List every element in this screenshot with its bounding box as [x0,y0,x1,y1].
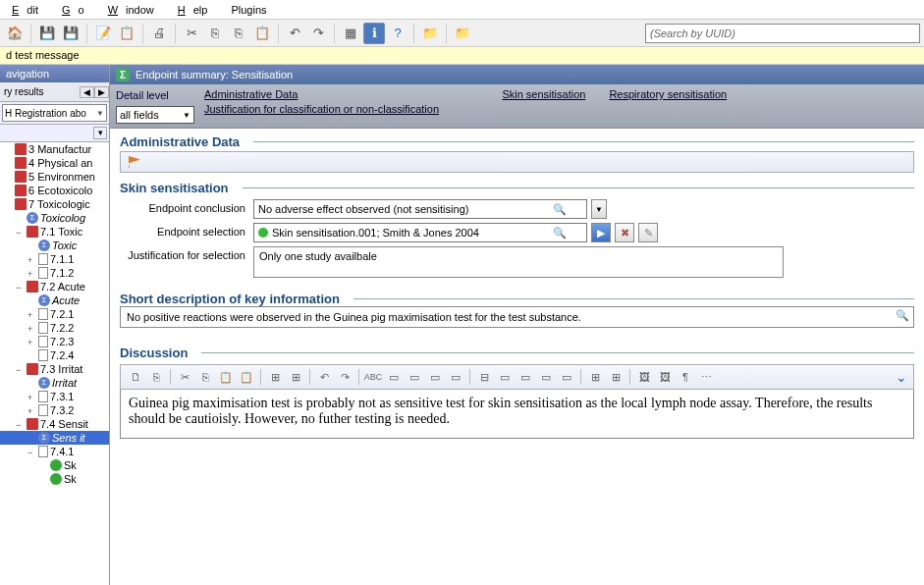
tool2-button[interactable]: 📁 [419,23,441,44]
nav-arrow-right[interactable]: ▶ [94,86,109,98]
endpoint-selection-combo[interactable]: Skin sensitisation.001; Smith & Jones 20… [253,223,587,242]
search-input[interactable]: (Search by UUID) [645,24,920,43]
tree-item[interactable]: 7.2.4 [0,348,109,362]
go-button[interactable]: ▶ [591,223,611,242]
menu-window[interactable]: Window [100,2,170,18]
magnifier-icon[interactable]: 🔍 [896,309,909,322]
nav-arrow-left[interactable]: ◀ [80,86,94,98]
link-skin-sens[interactable]: Skin sensitisation [502,88,585,100]
paste-button[interactable]: 📋 [116,23,137,44]
undo-button[interactable]: ↶ [284,23,305,44]
tree-item[interactable]: +7.2.3 [0,335,109,348]
rte-new-icon[interactable]: 🗋 [127,368,144,386]
tree-toggle[interactable]: + [27,310,36,319]
paste2-button[interactable]: 📋 [251,23,273,44]
rte-spell-icon[interactable]: ABC [364,368,382,386]
rte-b2-icon[interactable]: ▭ [406,368,423,386]
tree-item[interactable]: ΣSens it [0,431,109,445]
tree-item[interactable]: 4 Physical an [0,156,109,170]
tree-item[interactable]: −7.2 Acute [0,280,109,293]
rte-copy-icon[interactable]: ⎘ [147,368,165,386]
tree-toggle[interactable]: − [16,420,25,429]
nav-menu-button[interactable]: ▾ [93,127,107,139]
rte-b6-icon[interactable]: ▭ [496,368,514,386]
tree-toggle[interactable]: − [16,365,25,374]
tree-item[interactable]: 5 Environmen [0,170,109,184]
tree-toggle[interactable]: − [16,228,25,237]
menu-edit[interactable]: Edit [4,2,54,18]
justification-textarea[interactable]: Only one study availbale [253,246,784,278]
tree-toggle[interactable]: + [27,338,36,346]
tree-item[interactable]: 7 Toxicologic [0,197,109,211]
tree-item[interactable]: ΣToxic [0,239,109,252]
tool1-button[interactable]: ▦ [340,23,361,44]
rte-paste2-icon[interactable]: 📋 [238,368,255,386]
tree-toggle[interactable]: + [27,269,36,278]
nav-tab-results[interactable]: ry results [0,84,80,99]
menu-help[interactable]: Help [170,2,224,18]
tree-item[interactable]: 6 Ecotoxicolo [0,184,109,197]
rte-b8-icon[interactable]: ▭ [537,368,555,386]
rte-grid-icon[interactable]: ⊞ [586,368,604,386]
info-button[interactable]: ℹ [363,23,385,44]
help-button[interactable]: ? [387,23,408,44]
save-all-button[interactable]: 💾 [60,23,82,44]
tree-item[interactable]: +7.3.2 [0,403,109,417]
rte-cut-icon[interactable]: ✂ [176,368,193,386]
tree-item[interactable]: −7.1 Toxic [0,225,109,239]
menu-plugins[interactable]: Plugins [223,2,274,18]
rte-b4-icon[interactable]: ▭ [447,368,464,386]
rte-b5-icon[interactable]: ⊟ [475,368,493,386]
tree-item[interactable]: +7.1.1 [0,252,109,266]
rte-para-icon[interactable]: ¶ [677,368,694,386]
magnifier-icon[interactable]: 🔍 [553,227,567,239]
tree-item[interactable]: Sk [0,472,109,486]
tree-toggle[interactable]: + [27,393,36,401]
tree-item[interactable]: −7.3 Irritat [0,362,109,376]
short-description-text[interactable]: No positive reactions were observed in t… [120,306,914,328]
tree-item[interactable]: 3 Manufactur [0,142,109,156]
rte-b9-icon[interactable]: ▭ [558,368,575,386]
edit-selection-button[interactable]: ✎ [638,223,658,242]
tree-toggle[interactable]: + [27,406,36,415]
tree-item[interactable]: +7.2.1 [0,307,109,321]
link-admin-data[interactable]: Administrative Data [204,88,298,100]
tool3-button[interactable]: 📁 [452,23,473,44]
rte-b7-icon[interactable]: ▭ [516,368,534,386]
redo-button[interactable]: ↷ [307,23,329,44]
tree-item[interactable]: Sk [0,458,109,472]
rte-copy2-icon[interactable]: ⎘ [196,368,214,386]
rte-paste-icon[interactable]: 📋 [217,368,235,386]
magnifier-icon[interactable]: 🔍 [553,203,567,216]
edit-button[interactable]: 📝 [92,23,114,44]
tree-item[interactable]: −7.4 Sensit [0,417,109,431]
delete-button[interactable]: ✖ [615,223,634,242]
rte-grid2-icon[interactable]: ⊞ [607,368,625,386]
rte-undo-icon[interactable]: ↶ [315,368,333,386]
copy2-button[interactable]: ⎘ [228,23,249,44]
rte-expand-icon[interactable]: ⌄ [896,369,907,385]
tree-item[interactable]: ΣIrritat [0,376,109,390]
save-button[interactable]: 💾 [36,23,58,44]
link-resp-sens[interactable]: Respiratory sensitisation [609,88,727,100]
flag-bar[interactable] [120,151,914,173]
registration-combo[interactable]: H Registration abo [2,104,107,122]
tree-toggle[interactable]: + [27,255,36,264]
print-button[interactable]: 🖨 [148,23,170,44]
rte-img2-icon[interactable]: 🖼 [656,368,674,386]
rte-img-icon[interactable]: 🖼 [635,368,653,386]
dropdown-button[interactable]: ▼ [591,199,607,219]
tree-toggle[interactable]: − [27,448,36,456]
tree-item[interactable]: +7.1.2 [0,266,109,280]
tree-toggle[interactable]: − [16,283,25,292]
tree-item[interactable]: +7.2.2 [0,321,109,335]
link-justification[interactable]: Justification for classification or non-… [204,103,439,115]
menu-go[interactable]: Go [54,2,100,18]
tree-item[interactable]: −7.4.1 [0,445,109,458]
cut-button[interactable]: ✂ [181,23,202,44]
tree-item[interactable]: ΣAcute [0,293,109,307]
copy-button[interactable]: ⎘ [204,23,226,44]
tree-item[interactable]: ΣToxicolog [0,211,109,225]
tree-item[interactable]: +7.3.1 [0,390,109,403]
rte-b1-icon[interactable]: ▭ [385,368,403,386]
